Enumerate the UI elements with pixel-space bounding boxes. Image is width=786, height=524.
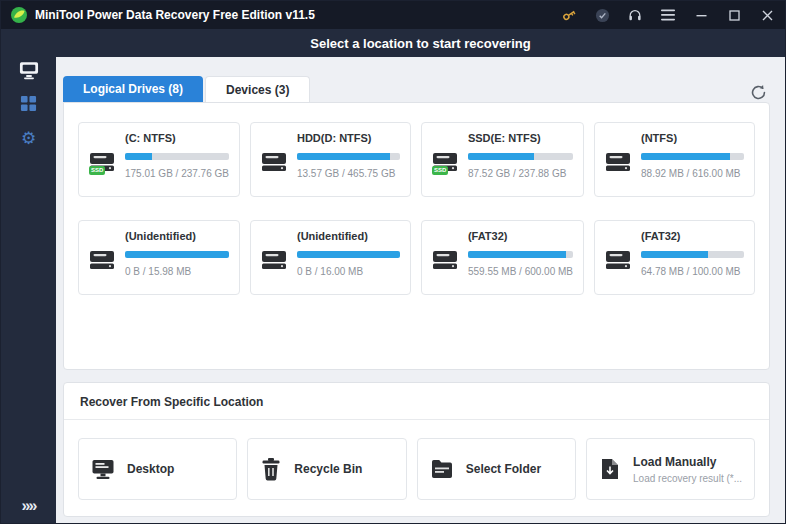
- capacity-bar: [297, 153, 400, 160]
- capacity-bar: [641, 153, 744, 160]
- hdd-icon: [432, 249, 468, 277]
- drive-card-e[interactable]: SSD(E: NTFS) SSD 87.52 GB / 237.88 GB: [421, 122, 584, 197]
- minimize-button[interactable]: [692, 6, 710, 24]
- capacity-bar: [468, 153, 573, 160]
- load-manually-subtext: Load recovery result (*...: [633, 473, 742, 484]
- ssd-badge: SSD: [89, 166, 105, 175]
- drive-card-d[interactable]: HDD(D: NTFS) 13.57 GB / 465.75 GB: [250, 122, 411, 197]
- ssd-drive-icon: SSD: [432, 151, 468, 179]
- drive-name: (NTFS): [641, 132, 744, 144]
- select-folder-card[interactable]: Select Folder: [417, 438, 576, 500]
- logical-drives-panel: (C: NTFS) SSD 175.01 GB / 237.76 GB HDD: [63, 102, 770, 370]
- capacity-bar-fill: [641, 153, 730, 160]
- capacity-bar-fill: [641, 251, 708, 258]
- drive-size: 0 B / 16.00 MB: [297, 266, 400, 277]
- drives-grid: (C: NTFS) SSD 175.01 GB / 237.76 GB HDD: [78, 122, 755, 295]
- drive-name: (FAT32): [468, 230, 573, 242]
- drive-name: (Unidentified): [125, 230, 229, 242]
- drive-size: 559.55 MB / 600.00 MB: [468, 266, 573, 277]
- capacity-bar-fill: [125, 153, 152, 160]
- drive-name: SSD(E: NTFS): [468, 132, 573, 144]
- desktop-icon: [91, 458, 115, 481]
- specific-location-cards: Desktop Recycle Bin Select Folder: [64, 420, 769, 516]
- capacity-bar: [641, 251, 744, 258]
- app-window: MiniTool Power Data Recovery Free Editio…: [0, 0, 786, 524]
- capacity-bar-fill: [297, 153, 390, 160]
- specific-location-panel: Recover From Specific Location Desktop R…: [63, 382, 770, 517]
- drive-card-c[interactable]: (C: NTFS) SSD 175.01 GB / 237.76 GB: [78, 122, 240, 197]
- drive-size: 87.52 GB / 237.88 GB: [468, 168, 573, 179]
- promo-circle-icon[interactable]: [593, 6, 611, 24]
- drive-name: HDD(D: NTFS): [297, 132, 400, 144]
- hdd-icon: [89, 249, 125, 277]
- hdd-icon: [605, 249, 641, 277]
- capacity-bar: [125, 153, 229, 160]
- recycle-bin-label: Recycle Bin: [294, 462, 362, 476]
- sidebar-item-settings[interactable]: ⚙: [14, 125, 44, 152]
- capacity-bar: [468, 251, 573, 258]
- main-content: Logical Drives (8) Devices (3) (C: NTFS)…: [56, 57, 785, 523]
- drive-card-fat32-1[interactable]: (FAT32) 559.55 MB / 600.00 MB: [421, 220, 584, 295]
- modules-grid-icon: [20, 95, 37, 116]
- drive-card-ntfs[interactable]: (NTFS) 88.92 MB / 616.00 MB: [594, 122, 755, 197]
- sidebar-expand-button[interactable]: »»: [22, 497, 36, 515]
- titlebar: MiniTool Power Data Recovery Free Editio…: [1, 1, 785, 29]
- tab-logical-drives[interactable]: Logical Drives (8): [63, 76, 203, 102]
- pc-recovery-icon: [19, 61, 39, 84]
- hdd-icon: SSD: [89, 151, 125, 179]
- drive-card-unidentified-1[interactable]: (Unidentified) 0 B / 15.98 MB: [78, 220, 240, 295]
- recycle-bin-icon: [260, 457, 282, 481]
- capacity-bar-fill: [297, 251, 400, 258]
- drive-size: 13.57 GB / 465.75 GB: [297, 168, 400, 179]
- hdd-icon: [605, 151, 641, 179]
- sidebar-item-modules[interactable]: [14, 92, 44, 119]
- app-logo-icon: [10, 6, 28, 24]
- load-manually-label: Load Manually: [633, 455, 742, 469]
- drive-size: 175.01 GB / 237.76 GB: [125, 168, 229, 179]
- drive-card-unidentified-2[interactable]: (Unidentified) 0 B / 16.00 MB: [250, 220, 411, 295]
- load-manually-card[interactable]: Load Manually Load recovery result (*...: [586, 438, 755, 500]
- gear-icon: ⚙: [21, 130, 36, 147]
- drive-size: 88.92 MB / 616.00 MB: [641, 168, 744, 179]
- ssd-badge: SSD: [432, 166, 448, 175]
- menu-icon[interactable]: [659, 6, 677, 24]
- capacity-bar: [125, 251, 229, 258]
- drive-size: 0 B / 15.98 MB: [125, 266, 229, 277]
- sidebar: ⚙ »»: [1, 29, 56, 523]
- refresh-button[interactable]: [750, 84, 767, 101]
- select-folder-label: Select Folder: [466, 462, 541, 476]
- sidebar-item-data-recovery[interactable]: [14, 59, 44, 86]
- license-key-icon[interactable]: [556, 2, 581, 27]
- load-manually-text: Load Manually Load recovery result (*...: [633, 455, 742, 484]
- tab-devices[interactable]: Devices (3): [205, 76, 310, 102]
- desktop-card[interactable]: Desktop: [78, 438, 237, 500]
- folder-icon: [430, 458, 454, 480]
- drive-name: (Unidentified): [297, 230, 400, 242]
- capacity-bar-fill: [125, 251, 229, 258]
- window-title: MiniTool Power Data Recovery Free Editio…: [35, 8, 315, 22]
- capacity-bar: [297, 251, 400, 258]
- capacity-bar-fill: [468, 153, 534, 160]
- capacity-bar-fill: [468, 251, 566, 258]
- specific-location-title: Recover From Specific Location: [64, 383, 769, 419]
- headset-support-icon[interactable]: [626, 6, 644, 24]
- recycle-bin-card[interactable]: Recycle Bin: [247, 438, 406, 500]
- close-button[interactable]: [758, 6, 776, 24]
- hdd-icon: [261, 249, 297, 277]
- desktop-label: Desktop: [127, 462, 174, 476]
- tabs-row: Logical Drives (8) Devices (3): [56, 57, 785, 102]
- maximize-button[interactable]: [725, 6, 743, 24]
- load-manually-icon: [599, 457, 621, 481]
- drive-name: (C: NTFS): [125, 132, 229, 144]
- drive-size: 64.78 MB / 100.00 MB: [641, 266, 744, 277]
- page-title: Select a location to start recovering: [310, 36, 530, 51]
- hdd-icon: [261, 151, 297, 179]
- titlebar-actions: [560, 6, 776, 24]
- drive-name: (FAT32): [641, 230, 744, 242]
- page-header: Select a location to start recovering: [56, 29, 785, 57]
- drive-card-fat32-2[interactable]: (FAT32) 64.78 MB / 100.00 MB: [594, 220, 755, 295]
